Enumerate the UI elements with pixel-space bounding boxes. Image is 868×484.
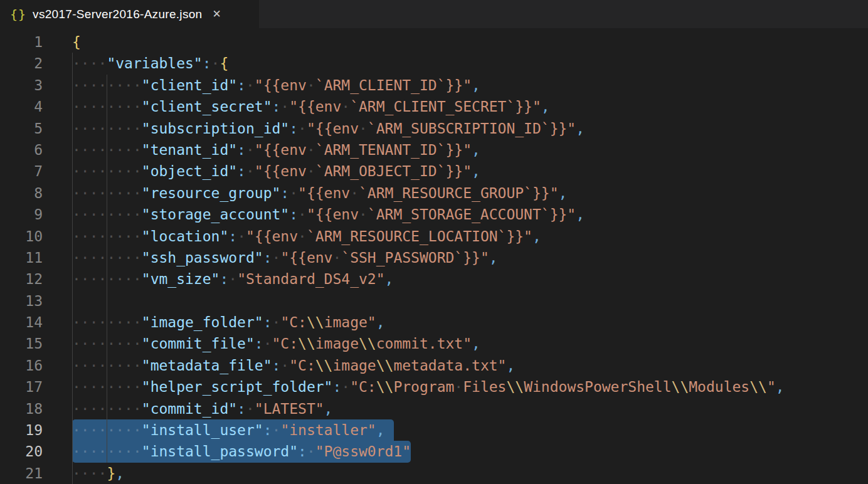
- code-text: ········"ssh_password":·"{{env·`SSH_PASS…: [72, 247, 498, 268]
- code-token: ,: [115, 465, 124, 481]
- tab-vs2017-server2016-azure-json[interactable]: {} vs2017-Server2016-Azure.json ✕: [0, 0, 259, 28]
- code-line[interactable]: 1{: [0, 31, 868, 53]
- code-token: `ARM_CLIENT_ID`}}": [315, 77, 472, 93]
- code-line[interactable]: 13: [0, 290, 868, 312]
- line-number[interactable]: 16: [0, 355, 43, 376]
- line-number[interactable]: 17: [0, 376, 43, 397]
- code-line[interactable]: 12········"vm_size":·"Standard_DS4_v2",: [0, 268, 868, 290]
- code-token: `ARM_CLIENT_SECRET`}}": [350, 98, 541, 115]
- whitespace-dots: ·: [246, 142, 255, 158]
- code-token: "install_password": [142, 443, 298, 460]
- code-token: "{{env: [280, 250, 332, 266]
- line-number[interactable]: 14: [0, 312, 43, 333]
- json-file-icon: {}: [10, 7, 26, 22]
- code-token: image: [332, 357, 376, 374]
- line-number[interactable]: 19: [0, 419, 43, 441]
- code-text: ········"commit_id":·"LATEST",: [72, 398, 332, 419]
- line-number[interactable]: 15: [0, 333, 43, 354]
- whitespace-dots: ········: [72, 228, 142, 245]
- whitespace-dots: ········: [72, 185, 142, 201]
- code-token: Files: [463, 379, 506, 395]
- whitespace-dots: ········: [72, 163, 142, 179]
- code-token: \\: [749, 379, 767, 395]
- code-text: ········"install_user":·"installer",: [72, 419, 394, 441]
- code-line[interactable]: 3········"client_id":·"{{env·`ARM_CLIENT…: [0, 75, 868, 96]
- code-line[interactable]: 17········"helper_script_folder":·"C:\\P…: [0, 376, 868, 397]
- code-token: :: [255, 335, 263, 352]
- code-token: "C:: [280, 314, 307, 330]
- code-token: "subscription_id": [142, 120, 289, 137]
- close-icon[interactable]: ✕: [212, 8, 221, 21]
- code-token: "tenant_id": [142, 142, 237, 158]
- line-number[interactable]: 21: [0, 463, 43, 484]
- whitespace-dots: ·: [272, 250, 281, 266]
- code-line[interactable]: 11········"ssh_password":·"{{env·`SSH_PA…: [0, 247, 868, 268]
- code-token: :: [272, 357, 281, 374]
- code-token: image: [315, 335, 359, 352]
- code-token: "{{env: [307, 120, 359, 137]
- code-token: :: [280, 185, 289, 201]
- line-number[interactable]: 2: [0, 53, 43, 74]
- code-token: :: [263, 314, 272, 330]
- code-token: "helper_script_folder": [142, 379, 333, 395]
- code-token: "image_folder": [142, 314, 263, 330]
- whitespace-dots: ·: [341, 98, 350, 115]
- code-token: "C:: [350, 379, 376, 395]
- whitespace-dots: ·: [289, 185, 298, 201]
- whitespace-dots: ·: [359, 120, 368, 137]
- whitespace-dots: ········: [72, 401, 142, 417]
- whitespace-dots: ····: [72, 55, 107, 71]
- code-token: "metadata_file": [142, 357, 272, 374]
- code-line[interactable]: 8········"resource_group":·"{{env·`ARM_R…: [0, 182, 868, 204]
- whitespace-dots: ········: [72, 98, 142, 115]
- code-line[interactable]: 2····"variables":·{: [0, 53, 868, 74]
- code-token: :: [203, 55, 211, 71]
- whitespace-dots: ········: [72, 335, 142, 352]
- code-token: :: [332, 379, 341, 395]
- line-number[interactable]: 18: [0, 398, 43, 419]
- line-number[interactable]: 11: [0, 247, 43, 268]
- line-number[interactable]: 7: [0, 160, 43, 182]
- line-number[interactable]: 12: [0, 268, 43, 290]
- code-line[interactable]: 16········"metadata_file":·"C:\\image\\m…: [0, 355, 868, 376]
- code-line[interactable]: 4········"client_secret":·"{{env·`ARM_CL…: [0, 96, 868, 117]
- line-number[interactable]: 13: [0, 290, 43, 312]
- line-number[interactable]: 8: [0, 182, 43, 204]
- whitespace-dots: ·: [280, 98, 289, 115]
- line-number[interactable]: 3: [0, 75, 43, 96]
- code-line[interactable]: 15········"commit_file":·"C:\\image\\com…: [0, 333, 868, 354]
- code-token: :: [289, 120, 298, 137]
- code-token: Program: [393, 379, 454, 395]
- tab-title: vs2017-Server2016-Azure.json: [33, 8, 202, 21]
- code-line[interactable]: 6········"tenant_id":·"{{env·`ARM_TENANT…: [0, 139, 868, 160]
- whitespace-dots: ········: [72, 422, 142, 438]
- code-editor[interactable]: 1{2····"variables":·{3········"client_id…: [0, 28, 868, 484]
- code-line[interactable]: 18········"commit_id":·"LATEST",: [0, 398, 868, 419]
- code-line[interactable]: 21····},: [0, 463, 868, 484]
- line-number[interactable]: 10: [0, 226, 43, 247]
- tab-bar: {} vs2017-Server2016-Azure.json ✕: [0, 0, 868, 28]
- code-line[interactable]: 19········"install_user":·"installer",: [0, 419, 868, 441]
- code-token: "variables": [107, 55, 202, 71]
- code-text: {: [72, 31, 81, 53]
- code-token: :: [263, 250, 272, 266]
- whitespace-dots: ·: [237, 228, 246, 245]
- code-line[interactable]: 7········"object_id":·"{{env·`ARM_OBJECT…: [0, 160, 868, 182]
- code-line[interactable]: 20········"install_password":·"P@ssw0rd1…: [0, 441, 868, 462]
- line-number[interactable]: 6: [0, 139, 43, 160]
- whitespace-dots: ········: [72, 77, 142, 93]
- code-line[interactable]: 5········"subscription_id":·"{{env·`ARM_…: [0, 118, 868, 139]
- code-token: "{{env: [255, 163, 307, 179]
- code-line[interactable]: 10········"location":·"{{env·`ARM_RESOUR…: [0, 226, 868, 247]
- code-text: ········"image_folder":·"C:\\image",: [72, 312, 385, 333]
- code-text: ········"subscription_id":·"{{env·`ARM_S…: [72, 118, 585, 139]
- line-number[interactable]: 4: [0, 96, 43, 117]
- line-number[interactable]: 20: [0, 441, 43, 462]
- code-line[interactable]: 9········"storage_account":·"{{env·`ARM_…: [0, 204, 868, 225]
- line-number[interactable]: 9: [0, 204, 43, 225]
- line-number[interactable]: 5: [0, 118, 43, 139]
- code-token: :: [237, 401, 246, 417]
- line-number[interactable]: 1: [0, 31, 43, 53]
- code-token: "location": [142, 228, 228, 245]
- code-line[interactable]: 14········"image_folder":·"C:\\image",: [0, 312, 868, 333]
